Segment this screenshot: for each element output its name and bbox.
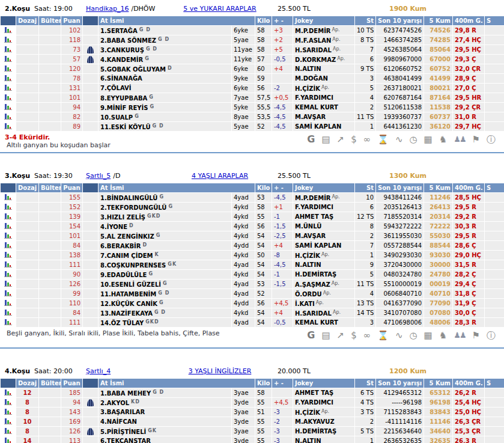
horse-name: 11.ESKİ KÖYLÜG D xyxy=(99,122,232,132)
race-condition-suffix: /D xyxy=(113,172,120,180)
last400m-time: 26,2 R xyxy=(453,388,485,398)
form-graph-icon[interactable]: ∿ xyxy=(395,134,403,145)
blinkers-cell xyxy=(83,318,99,328)
sand5-results: 40710 xyxy=(424,289,453,299)
form-chart-icon[interactable] xyxy=(1,55,16,64)
prize-money-icon[interactable]: $ xyxy=(351,330,357,341)
blinkers-cell xyxy=(83,408,99,417)
form-chart-icon[interactable] xyxy=(1,122,16,132)
form-chart-icon[interactable] xyxy=(1,289,16,299)
horse-row: 1205.GOBAK OĞLUYAMD6yke60+4N.ALTIN9 TS61… xyxy=(1,64,504,74)
form-chart-icon[interactable] xyxy=(1,398,16,408)
form-chart-icon[interactable] xyxy=(1,260,16,270)
ganyan-g-icon[interactable]: G xyxy=(307,134,315,145)
horse-icon[interactable]: ♞ xyxy=(439,134,447,145)
last10-results: 0416377090 xyxy=(376,299,424,308)
horse-row: 1317.ÇÖLAVİ6yke56-2H.ÇİZİKAp.52637180021… xyxy=(1,84,504,93)
bulten-value xyxy=(39,45,61,55)
race-group-link[interactable]: 4 YAŞLI ARAPLAR xyxy=(192,172,248,180)
info-icon[interactable]: ⓘ xyxy=(487,134,496,145)
agf-icon[interactable]: ▤ xyxy=(321,330,330,341)
horse-name: 4.KANDEMİRG xyxy=(99,55,232,64)
jockey-name: N.ALTIN xyxy=(293,436,355,443)
form-chart-icon[interactable] xyxy=(1,64,16,74)
bulten-value xyxy=(39,74,61,84)
form-chart-icon[interactable] xyxy=(1,318,16,328)
stopwatch-icon[interactable]: ◷ xyxy=(410,134,417,145)
race-group-link[interactable]: 5 ve YUKARI ARAPLAR xyxy=(183,5,256,13)
race-condition-link[interactable]: Şartlı_5 xyxy=(86,172,111,180)
form-chart-icon[interactable] xyxy=(1,417,16,427)
hourglass-icon[interactable]: ⌛ xyxy=(377,330,389,341)
form-chart-icon[interactable] xyxy=(1,35,16,45)
jockey-name: A.ŞAŞMAZAp. xyxy=(293,280,355,289)
form-chart-icon[interactable] xyxy=(1,427,16,436)
form-chart-icon[interactable] xyxy=(1,103,16,112)
form-chart-icon[interactable] xyxy=(1,251,16,260)
puan-value: 131 xyxy=(61,84,83,93)
horse-row: 574.KANDEMİRG11yke57-0,5D.KORKMAZAp.6998… xyxy=(1,55,504,64)
calculator-icon[interactable]: ▦ xyxy=(424,134,433,145)
binoculars-icon[interactable]: ∞ xyxy=(363,330,371,341)
blinkers-cell xyxy=(83,84,99,93)
form-chart-icon[interactable] xyxy=(1,270,16,280)
form-chart-icon[interactable] xyxy=(1,241,16,251)
form-chart-icon[interactable] xyxy=(1,84,16,93)
form-graph-icon[interactable]: ∿ xyxy=(395,330,403,341)
form-chart-icon[interactable] xyxy=(1,45,16,55)
horse-icon[interactable]: ♞ xyxy=(439,330,447,341)
dozaj-value xyxy=(16,74,39,84)
performance-arrow-icon[interactable]: ↗ xyxy=(337,134,345,145)
horse-name: 2.BABA SÖNMEZG D xyxy=(99,35,232,45)
dozaj-value xyxy=(16,35,39,45)
agf-icon[interactable]: ▤ xyxy=(321,134,330,145)
finish-flag-icon[interactable]: ⚑ xyxy=(472,330,480,341)
form-chart-icon[interactable] xyxy=(1,222,16,231)
puan-value: 102 xyxy=(61,26,83,35)
col-header-spacer xyxy=(83,183,99,193)
form-chart-icon[interactable] xyxy=(1,203,16,212)
form-chart-icon[interactable] xyxy=(1,436,16,443)
ganyan-g-icon[interactable]: G xyxy=(307,330,315,341)
race-condition-link[interactable]: Handikap_16 xyxy=(86,5,129,13)
form-chart-icon[interactable] xyxy=(1,93,16,103)
form-chart-icon[interactable] xyxy=(1,299,16,308)
prize-money-icon[interactable]: $ xyxy=(351,134,357,145)
race-condition-link[interactable]: Şartlı_4 xyxy=(86,367,111,375)
stopwatch-icon[interactable]: ◷ xyxy=(410,330,417,341)
last10-results: 9980967000 xyxy=(376,55,424,64)
form-chart-icon[interactable] xyxy=(1,231,16,241)
form-chart-icon[interactable] xyxy=(1,112,16,122)
jockeys-icon[interactable]: ♟♟ xyxy=(454,134,465,145)
form-chart-icon[interactable] xyxy=(1,280,16,289)
bulten-value xyxy=(39,64,61,74)
hourglass-icon[interactable]: ⌛ xyxy=(377,134,389,145)
finish-flag-icon[interactable]: ⚑ xyxy=(472,134,480,145)
bulten-value xyxy=(39,398,61,408)
form-chart-icon[interactable] xyxy=(1,212,16,222)
binoculars-icon[interactable]: ∞ xyxy=(363,134,371,145)
race-group-link[interactable]: 3 YAŞLI İNGİLİZLER xyxy=(189,367,252,375)
jockey-name: H.DEMİRTAŞ xyxy=(293,270,355,280)
performance-arrow-icon[interactable]: ↗ xyxy=(337,330,345,341)
form-chart-icon[interactable] xyxy=(1,308,16,318)
jockey-name: SAMİ KAPLAN xyxy=(293,241,355,251)
jockeys-icon[interactable]: ♟♟ xyxy=(454,330,465,341)
s-cell xyxy=(485,251,504,260)
bulten-value xyxy=(39,308,61,318)
race-time: Saat: 19:30 xyxy=(34,172,73,180)
dozaj-value xyxy=(16,289,39,299)
info-icon[interactable]: ⓘ xyxy=(487,330,496,341)
form-chart-icon[interactable] xyxy=(1,388,16,398)
horse-name-text: 6.SİNANAĞA xyxy=(100,75,142,82)
horse-age: 6yke xyxy=(232,64,255,74)
section-divider xyxy=(0,152,504,153)
jockey-name-text: M.ÜNLÜ xyxy=(295,223,321,230)
form-chart-icon[interactable] xyxy=(1,26,16,35)
last10-results: 3490293030 xyxy=(376,251,424,260)
form-chart-icon[interactable] xyxy=(1,193,16,203)
calculator-icon[interactable]: ▦ xyxy=(424,330,433,341)
form-chart-icon[interactable] xyxy=(1,74,16,84)
form-chart-icon[interactable] xyxy=(1,408,16,417)
jockey-name: H.ÇİZİKAp. xyxy=(293,84,355,93)
